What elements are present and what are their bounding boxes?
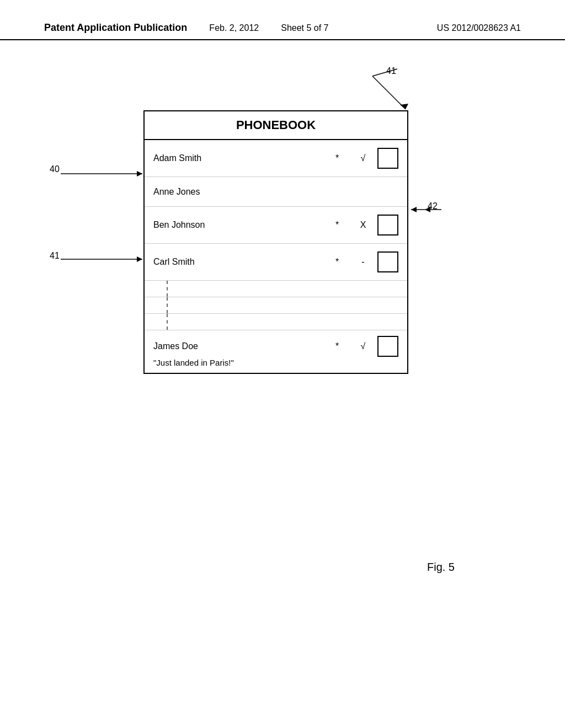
svg-marker-5 xyxy=(137,256,142,262)
omitted-entries-placeholder-3 xyxy=(145,314,407,330)
omitted-entries-placeholder xyxy=(145,281,407,297)
omitted-entries-placeholder-2 xyxy=(145,297,407,314)
photo-ben-johnson xyxy=(377,215,398,235)
ref-42: 42 xyxy=(428,201,438,211)
star-carl-smith: * xyxy=(335,257,347,267)
phonebook-title: PHONEBOOK xyxy=(145,111,407,140)
publication-date: Feb. 2, 2012 xyxy=(209,23,259,33)
james-doe-main-row: James Doe * √ xyxy=(153,336,398,357)
svg-line-0 xyxy=(372,76,406,109)
svg-marker-3 xyxy=(137,171,142,176)
contact-row-carl-smith: Carl Smith * - xyxy=(145,244,407,281)
contact-row-adam-smith: Adam Smith * √ xyxy=(145,140,407,177)
page-header: Patent Application Publication Feb. 2, 2… xyxy=(0,22,565,40)
svg-marker-7 xyxy=(411,207,417,212)
james-doe-status-message: "Just landed in Paris!" xyxy=(153,358,234,367)
contact-row-james-doe: James Doe * √ "Just landed in Paris!" xyxy=(145,330,407,373)
diagram-area: 41 40 41 42 PHONEBOOK Adam Smith * √ Ann… xyxy=(44,66,521,618)
photo-james-doe xyxy=(377,336,398,357)
phonebook-widget: PHONEBOOK Adam Smith * √ Anne Jones Ben … xyxy=(143,110,408,374)
contact-row-anne-jones: Anne Jones xyxy=(145,177,407,207)
patent-number: US 2012/0028623 A1 xyxy=(437,23,521,33)
contact-name-anne-jones: Anne Jones xyxy=(153,187,398,197)
photo-adam-smith xyxy=(377,148,398,169)
contact-name-carl-smith: Carl Smith xyxy=(153,257,335,267)
ref-41-bottom: 41 xyxy=(50,251,60,261)
status-carl-smith: - xyxy=(358,257,369,267)
star-ben-johnson: * xyxy=(335,220,347,230)
contact-name-adam-smith: Adam Smith xyxy=(153,153,335,163)
contact-name-ben-johnson: Ben Johnson xyxy=(153,220,335,230)
ref-41-top: 41 xyxy=(386,66,396,76)
star-adam-smith: * xyxy=(335,153,347,163)
contact-name-james-doe: James Doe xyxy=(153,341,335,351)
svg-marker-1 xyxy=(400,104,408,109)
contact-row-ben-johnson: Ben Johnson * X xyxy=(145,207,407,244)
photo-carl-smith xyxy=(377,251,398,272)
publication-title: Patent Application Publication xyxy=(44,22,187,34)
status-ben-johnson: X xyxy=(358,220,369,230)
sheet-info: Sheet 5 of 7 xyxy=(281,23,328,33)
figure-label: Fig. 5 xyxy=(427,561,455,574)
status-adam-smith: √ xyxy=(358,153,369,163)
ref-40: 40 xyxy=(50,164,60,174)
status-james-doe: √ xyxy=(358,341,369,351)
star-james-doe: * xyxy=(335,341,347,351)
